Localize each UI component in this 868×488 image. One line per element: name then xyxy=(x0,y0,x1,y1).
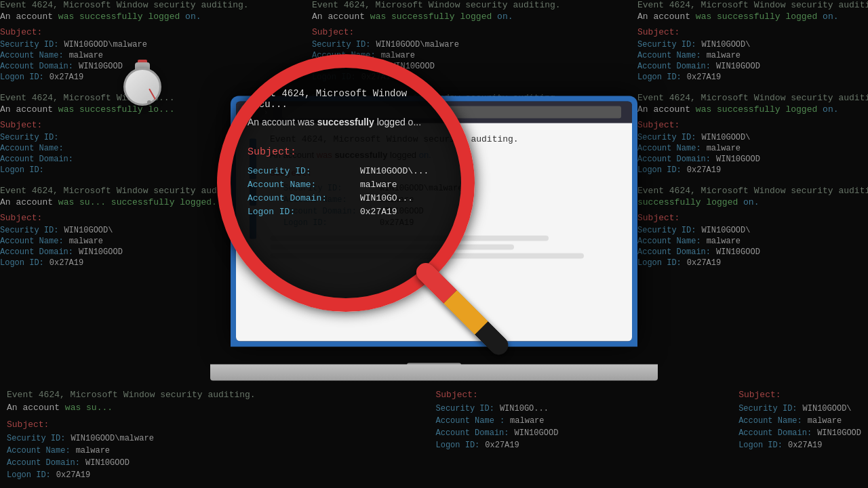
screen-fields: Security ID: WIN10GOOD\malware Account N… xyxy=(283,184,618,228)
browser-content: Event 4624, Microsoft Window security au… xyxy=(236,123,632,342)
event-content: Event 4624, Microsoft Window security au… xyxy=(270,134,618,259)
forward-button[interactable]: › xyxy=(259,106,273,119)
laptop-screen: ‹ › Event 4624, Microsoft Window securit… xyxy=(231,96,637,347)
timer-body xyxy=(123,68,161,106)
back-button[interactable]: ‹ xyxy=(241,106,255,119)
screen-event-title: Event 4624, Microsoft Window security au… xyxy=(270,134,618,144)
field-account-name: Account Name: malware xyxy=(283,195,618,205)
bg-subject-2: Subject: xyxy=(0,120,156,130)
field-security-id: Security ID: WIN10GOOD\malware xyxy=(283,184,618,193)
content-lines xyxy=(270,236,618,259)
browser-bar: ‹ › xyxy=(236,102,632,123)
screen-logon: An account was successfully logged on. xyxy=(270,150,618,160)
screen-subject: Subject: xyxy=(270,168,618,178)
field-logon-id: Logon ID: 0x27A19 xyxy=(283,218,618,228)
bg-event-title: Event 4624, Microsoft Window security au… xyxy=(0,0,156,10)
bg-fields-2: Security ID: Account Name: Account Domai… xyxy=(0,133,156,176)
timer-hand xyxy=(149,89,156,100)
timer-center xyxy=(147,100,151,104)
timer-icon xyxy=(119,54,166,108)
field-account-domain: Account Domain: WIN10GOOD xyxy=(283,207,618,216)
laptop-base xyxy=(210,365,658,381)
sidebar-bars xyxy=(250,139,256,239)
bg-logon: An account was successfully logged on. xyxy=(0,12,156,22)
laptop: ‹ › Event 4624, Microsoft Window securit… xyxy=(210,96,658,381)
bg-subject: Subject: xyxy=(0,27,156,37)
laptop-screen-inner: ‹ › Event 4624, Microsoft Window securit… xyxy=(236,102,632,342)
